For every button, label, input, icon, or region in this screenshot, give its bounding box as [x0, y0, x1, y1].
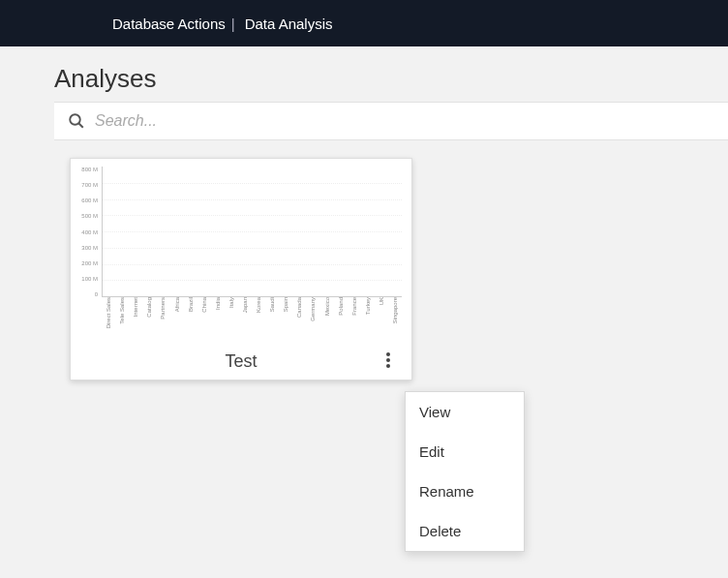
menu-item-delete[interactable]: Delete [406, 511, 524, 551]
menu-item-rename[interactable]: Rename [406, 472, 524, 511]
chart-thumbnail: 800 M700 M600 M500 M400 M300 M200 M100 M… [80, 167, 402, 348]
kebab-menu-icon[interactable] [382, 349, 394, 372]
svg-line-1 [78, 123, 83, 128]
context-menu: View Edit Rename Delete [405, 391, 525, 552]
search-icon [68, 112, 85, 130]
menu-item-edit[interactable]: Edit [406, 432, 524, 472]
page-title: Analyses [0, 46, 728, 102]
svg-point-0 [70, 114, 80, 125]
menu-item-view[interactable]: View [406, 392, 524, 432]
search-input[interactable] [95, 112, 714, 130]
breadcrumb-section-2[interactable]: Data Analysis [241, 15, 333, 32]
analysis-card[interactable]: 800 M700 M600 M500 M400 M300 M200 M100 M… [70, 158, 412, 380]
card-title: Test [225, 351, 257, 372]
breadcrumb-separator: | [226, 15, 241, 32]
search-bar[interactable] [54, 102, 728, 140]
breadcrumb-section-1[interactable]: Database Actions [112, 15, 226, 32]
top-bar: Database Actions | Data Analysis [0, 0, 728, 46]
